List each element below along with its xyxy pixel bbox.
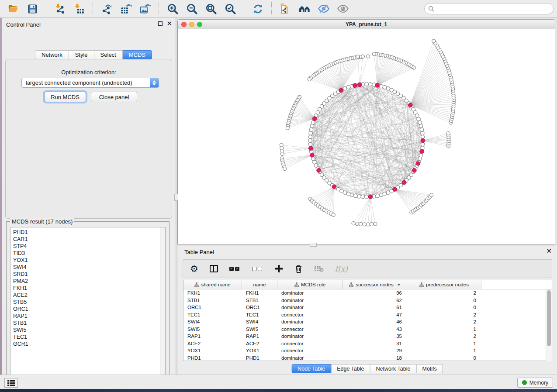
table-row[interactable]: STB1STB1dominator620 [183, 297, 552, 304]
close-panel-button[interactable]: Close panel [91, 92, 137, 102]
tab-select[interactable]: Select [94, 50, 123, 59]
function-icon[interactable]: f(x) [335, 265, 348, 273]
vertical-splitter-handle[interactable] [174, 194, 178, 201]
mcds-result-item[interactable]: CAR1 [10, 236, 163, 243]
open-icon[interactable] [6, 2, 21, 16]
table-cell: dominator [277, 290, 343, 296]
window-minimize-button[interactable] [189, 22, 194, 27]
mcds-result-item[interactable]: SRD1 [10, 271, 163, 278]
tab-network[interactable]: Network [35, 50, 69, 59]
mcds-result-item[interactable]: TEC1 [10, 334, 163, 340]
criterion-select[interactable]: largest connected component (undirected) [21, 78, 159, 88]
window-close-button[interactable] [181, 22, 187, 27]
column-header-shared-name[interactable]: shared name [183, 280, 242, 289]
mcds-result-item[interactable]: STB5 [10, 299, 163, 306]
export-network-icon[interactable] [99, 2, 114, 16]
mcds-result-item[interactable]: STP4 [10, 243, 163, 250]
save-icon[interactable] [25, 2, 40, 16]
table-tabs: Node TableEdge TableNetwork TableMotifs [291, 364, 443, 373]
new-network-icon[interactable] [278, 2, 293, 16]
column-header-successor-nodes[interactable]: successor nodes [343, 280, 407, 289]
zoom-selected-icon[interactable] [223, 2, 238, 16]
horizontal-splitter-handle[interactable] [310, 243, 317, 247]
table-row[interactable]: FKH1FKH1dominator962 [183, 289, 552, 297]
memory-button[interactable]: Memory [517, 378, 553, 388]
delete-icon[interactable] [294, 265, 303, 273]
mcds-result-item[interactable]: PMA2 [10, 278, 163, 285]
close-panel-icon[interactable]: ✕ [546, 249, 552, 253]
control-panel-tabs: NetworkStyleSelectMCDS [35, 50, 152, 59]
delete-table-icon[interactable] [314, 265, 324, 272]
table-row[interactable]: PHD1PHD1dominator180 [183, 354, 552, 362]
mcds-result-item[interactable]: ORC1 [10, 306, 163, 313]
run-mcds-button[interactable]: Run MCDS [44, 92, 86, 102]
mcds-result-item[interactable]: SWI5 [10, 327, 163, 334]
select-all-icon[interactable]: ✓✓ [229, 267, 241, 271]
table-row[interactable]: SWI4SWI4dominator462 [183, 318, 552, 326]
table-cell: 43 [343, 327, 407, 332]
criterion-value: largest connected component (undirected) [22, 79, 150, 86]
table-cell: FKH1 [242, 290, 277, 296]
mcds-result-item[interactable]: STB1 [10, 320, 163, 327]
column-header-MCDS-role[interactable]: MCDS role [277, 280, 343, 289]
table-cell: SWI5 [183, 327, 242, 332]
refresh-icon[interactable] [250, 2, 265, 16]
show-all-icon[interactable] [297, 2, 312, 16]
table-cell: RAP1 [242, 334, 277, 339]
tab-mcds[interactable]: MCDS [123, 50, 152, 59]
mcds-result-list[interactable]: PHD1CAR1STP4TID3YOX1SWI4SRD1PMA2FKH1ACE2… [10, 227, 164, 380]
network-canvas[interactable] [178, 29, 555, 244]
table-cell: dominator [277, 305, 343, 310]
mcds-result-item[interactable]: YOX1 [10, 257, 163, 264]
tab-network-table[interactable]: Network Table [370, 364, 417, 373]
deselect-all-icon[interactable] [252, 267, 263, 271]
tab-style[interactable]: Style [69, 50, 94, 59]
settings-icon[interactable]: ⚙ [190, 265, 198, 273]
network-window-titlebar[interactable]: YPA_prune.txt_1 [178, 20, 555, 29]
mcds-result-scrollbar[interactable] [160, 227, 166, 380]
import-network-icon[interactable] [52, 2, 67, 16]
table-scrollbar[interactable] [546, 289, 552, 361]
mcds-result-item[interactable]: FKH1 [10, 285, 163, 292]
column-header-predecessor-nodes[interactable]: predecessor nodes [407, 280, 481, 289]
import-table-icon[interactable] [72, 2, 86, 16]
export-image-icon[interactable] [138, 2, 152, 16]
mcds-result-item[interactable]: PHD1 [10, 229, 163, 236]
table-cell: ACE2 [183, 341, 242, 346]
tab-motifs[interactable]: Motifs [416, 364, 443, 373]
export-table-icon[interactable] [118, 2, 133, 16]
table-header-row: shared namenameMCDS rolesuccessor nodesp… [183, 280, 552, 289]
tab-node-table[interactable]: Node Table [291, 364, 331, 373]
task-history-button[interactable] [4, 378, 18, 388]
zoom-out-icon[interactable] [184, 2, 199, 16]
table-cell: 61 [343, 305, 407, 310]
table-row[interactable]: ACE2ACE2connector311 [183, 340, 552, 347]
table-row[interactable]: ORC1ORC1dominator610 [183, 304, 552, 311]
float-panel-icon[interactable] [538, 249, 542, 253]
column-header-name[interactable]: name [242, 280, 277, 289]
mcds-result-item[interactable]: ACE2 [10, 292, 163, 299]
tab-edge-table[interactable]: Edge Table [331, 364, 370, 373]
table-row[interactable]: YOX1YOX1connector291 [183, 347, 552, 354]
table-row[interactable]: SWI5SWI5connector431 [183, 326, 552, 333]
mcds-result-item[interactable]: SWI4 [10, 264, 163, 271]
window-zoom-button[interactable] [197, 22, 202, 27]
main-toolbar [0, 0, 557, 18]
show-selected-icon[interactable] [336, 2, 350, 16]
table-row[interactable]: RAP1RAP1dominator352 [183, 333, 552, 340]
search-input[interactable] [424, 3, 554, 14]
mcds-result-item[interactable]: RAP1 [10, 313, 163, 320]
columns-icon[interactable] [210, 265, 218, 272]
zoom-fit-icon[interactable] [204, 2, 218, 16]
zoom-in-icon[interactable] [165, 2, 180, 16]
add-icon[interactable] [275, 265, 283, 273]
hide-selected-icon[interactable] [316, 2, 331, 16]
table-row[interactable]: TEC1TEC1connector472 [183, 311, 552, 319]
table-cell: ORC1 [242, 305, 277, 310]
mcds-result-item[interactable]: GCR1 [10, 340, 163, 347]
table-cell: 35 [343, 334, 407, 339]
close-panel-icon[interactable]: ✕ [166, 21, 172, 26]
mcds-result-item[interactable]: TID3 [10, 250, 163, 257]
table-scrollbar-thumb[interactable] [547, 290, 551, 346]
float-panel-icon[interactable] [158, 21, 163, 26]
